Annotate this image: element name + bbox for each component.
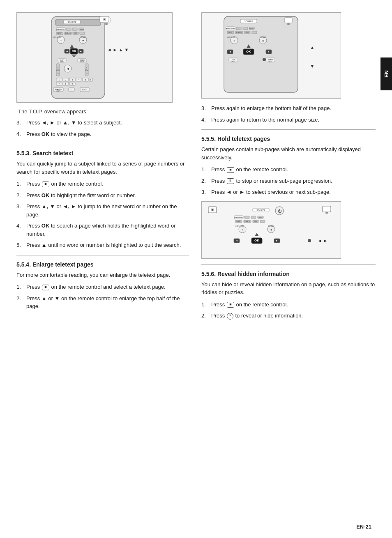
svg-text:DEMO: DEMO	[249, 28, 254, 30]
svg-text:SOURCE: SOURCE	[244, 20, 253, 23]
page-wrapper: EN SOURCE AMBILIGH	[0, 0, 392, 538]
svg-text:OK: OK	[254, 239, 259, 242]
step-text: Press ◄ or ► to select previous or next …	[211, 188, 376, 196]
svg-text:INCR.SURR: INCR.SURR	[235, 225, 244, 227]
svg-text:−: −	[57, 72, 59, 75]
step-text: Press ■ on the remote control.	[211, 301, 376, 309]
svg-text:DUAL I-II: DUAL I-II	[65, 32, 71, 34]
step-item: 1. Press ■ on the remote control.	[16, 180, 189, 188]
section-555: 5.5.5. Hold teletext pages Certain pages…	[201, 136, 376, 196]
step-item: 3. Press ◄ or ► to select previous or ne…	[201, 188, 376, 196]
remote-image-right-bottom: ▣ ⏻ SOURCE AMBILIGHT DEMO	[201, 201, 341, 259]
step-item: 1. Press ■ on the remote control.	[201, 301, 376, 309]
section-554: 5.5.4. Enlarge teletext pages For more c…	[16, 261, 189, 310]
svg-text:DUAL I-II: DUAL I-II	[236, 32, 242, 33]
svg-text:5: 5	[85, 78, 86, 81]
svg-text:MOVE: MOVE	[81, 61, 84, 63]
svg-text:▣: ▣	[103, 18, 106, 21]
step-text: Press ▲ until no word or number is highl…	[26, 241, 189, 249]
svg-text:8: 8	[65, 83, 67, 85]
step-text: Press ■ on the remote control and select…	[26, 283, 189, 291]
section-554-intro: For more comfortable reading, you can en…	[16, 271, 189, 279]
step-text: Press OK to search a page which holds th…	[26, 222, 189, 238]
step-item: 1. Press ■ on the remote control and sel…	[16, 283, 189, 291]
svg-text:4: 4	[78, 78, 80, 81]
svg-text:►: ►	[267, 51, 270, 53]
svg-text:◄ ►: ◄ ►	[318, 238, 328, 243]
svg-rect-94	[252, 31, 257, 34]
svg-text:SURF: SURF	[254, 221, 258, 222]
side-tab-label: EN	[383, 70, 390, 78]
section-556-title: 5.5.6. Reveal hidden information	[201, 271, 376, 277]
svg-text:◄ ► ▲ ▼: ◄ ► ▲ ▼	[107, 47, 129, 52]
svg-text:INCR.SURR: INCR.SURR	[53, 37, 61, 38]
step-text: Press again to return to the normal page…	[211, 116, 376, 124]
step-num: 3.	[16, 119, 23, 127]
svg-rect-137	[260, 220, 265, 223]
step-num: 4.	[16, 130, 23, 138]
svg-text:SURF: SURF	[245, 32, 249, 33]
svg-text:FORMAT: FORMAT	[260, 37, 266, 38]
svg-text:MOVE: MOVE	[269, 61, 272, 62]
svg-point-151	[308, 239, 311, 242]
section-555-title: 5.5.5. Hold teletext pages	[201, 136, 376, 142]
svg-text:OK: OK	[246, 50, 251, 53]
svg-text:OK: OK	[72, 50, 76, 53]
step-num: 1.	[16, 180, 23, 188]
remote-image-right-top: SOURCE AMBILIGHT DEMO SLEEP DUAL I-II	[201, 12, 341, 99]
step-num: 3.	[16, 202, 23, 218]
step-num: 2.	[201, 177, 208, 185]
step-num: 4.	[16, 222, 23, 238]
svg-text:SURF: SURF	[74, 32, 78, 34]
svg-text:9: 9	[72, 83, 73, 85]
svg-text:▣: ▣	[211, 208, 214, 212]
svg-text:DEMO: DEMO	[258, 216, 263, 218]
svg-rect-18	[80, 32, 85, 34]
step-text: Press ⏸ to stop or resume sub-page progr…	[211, 177, 376, 185]
step-item: 2. Press OK to highlight the first word …	[16, 191, 189, 200]
step-text: Press ■ on the remote control.	[26, 180, 189, 188]
section-553-intro: You can quickly jump to a subject linked…	[16, 160, 189, 176]
svg-text:▼: ▼	[310, 63, 315, 69]
svg-text:AMBILIGHT: AMBILIGHT	[226, 28, 235, 30]
step-item: 4. Press again to return to the normal p…	[201, 116, 376, 124]
svg-text:Ω: Ω	[234, 40, 235, 42]
svg-text:AV/CH: AV/CH	[82, 89, 87, 91]
step-item: 2. Press ▲ or ▼ on the remote control to…	[16, 294, 189, 310]
svg-text:2: 2	[65, 78, 67, 81]
step-text: Press ■ on the remote control.	[211, 166, 376, 174]
svg-text:AMBILIGHT: AMBILIGHT	[234, 216, 243, 218]
svg-text:►: ►	[80, 50, 82, 53]
svg-rect-127	[244, 216, 249, 218]
svg-text:⏻: ⏻	[278, 209, 282, 213]
step-item: 4. Press OK to view the page.	[16, 130, 189, 138]
side-tab: EN	[380, 57, 392, 90]
step-item: 5. Press ▲ until no word or number is hi…	[16, 241, 189, 249]
remote-svg-right-top: SOURCE AMBILIGHT DEMO SLEEP DUAL I-II	[203, 14, 339, 97]
left-column: SOURCE AMBILIGHT DEMO SLEEP DUAL I-II	[16, 12, 189, 323]
svg-rect-8	[66, 28, 71, 30]
svg-text:◄: ◄	[66, 67, 69, 71]
svg-point-113	[263, 58, 266, 61]
step-item: 3. Press ▲, ▼ or ◄, ► to jump to the nex…	[16, 202, 189, 218]
svg-rect-128	[251, 216, 256, 218]
svg-rect-5	[105, 23, 108, 25]
svg-text:3: 3	[72, 78, 73, 81]
svg-rect-123	[323, 206, 331, 212]
svg-rect-9	[72, 28, 77, 30]
step-num: 5.	[16, 241, 23, 249]
step-text: Press ▲, ▼ or ◄, ► to jump to the next w…	[26, 202, 189, 218]
step-num: 3.	[201, 104, 208, 113]
step-item: 2. Press ⏸ to stop or resume sub-page pr…	[201, 177, 376, 185]
step-num: 1.	[201, 301, 208, 309]
svg-text:−: −	[86, 72, 88, 75]
step-item: 3. Press again to enlarge the bottom hal…	[201, 104, 376, 113]
teletext-icon: ■	[42, 285, 49, 290]
svg-text:7: 7	[59, 83, 60, 85]
step-item: 2. Press ? to reveal or hide information…	[201, 312, 376, 320]
svg-text:SLEEP: SLEEP	[57, 32, 62, 34]
section-554-title: 5.5.4. Enlarge teletext pages	[16, 261, 189, 268]
divider-556	[201, 264, 376, 265]
svg-text:AMBILIGHT: AMBILIGHT	[56, 28, 65, 30]
divider-554	[16, 255, 189, 255]
